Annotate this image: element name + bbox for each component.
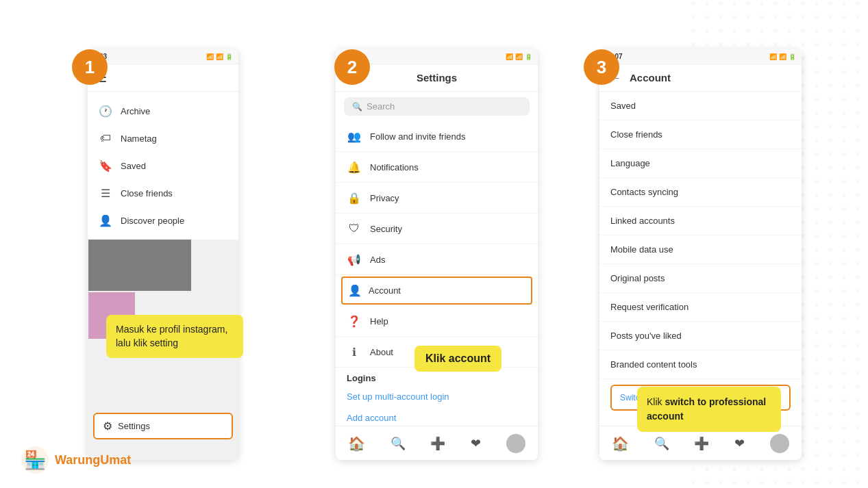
about-label: About (370, 347, 393, 357)
close-friends-icon: ☰ (99, 186, 112, 200)
search-placeholder: Search (367, 101, 395, 112)
menu-item-archive[interactable]: 🕐 Archive (88, 97, 238, 125)
account-item-branded-content[interactable]: Branded content tools (599, 350, 802, 379)
nav-profile-icon[interactable] (506, 434, 525, 453)
screen1: 4:03 📶 📶 🔋 ☰ 🕐 Archive (88, 49, 238, 460)
archive-icon: 🕐 (99, 104, 112, 118)
step1-tooltip: Masuk ke profil instagram, lalu klik set… (106, 315, 243, 358)
screen1-header: ☰ (88, 64, 238, 92)
screen3-nav-search-icon[interactable]: 🔍 (654, 436, 669, 451)
privacy-label: Privacy (370, 193, 399, 203)
settings-item-help[interactable]: ❓ Help (336, 306, 538, 337)
step2-circle: 2 (334, 49, 370, 85)
close-friends-label: Close friends (121, 188, 173, 198)
notifications-label: Notifications (370, 162, 419, 172)
menu-item-nametag[interactable]: 🏷 Nametag (88, 125, 238, 152)
privacy-icon: 🔒 (347, 190, 362, 205)
settings-title: Settings (417, 72, 457, 84)
notifications-icon: 🔔 (347, 159, 362, 175)
screen1-status-bar: 4:03 📶 📶 🔋 (88, 49, 238, 64)
step2-tooltip-text: Klik account (425, 352, 491, 364)
saved-label: Saved (121, 161, 146, 171)
help-icon: ❓ (347, 313, 362, 329)
step3-tooltip: Klik switch to professional account (637, 387, 781, 432)
settings-highlight-box[interactable]: ⚙ Settings (93, 413, 233, 439)
account-list: Saved Close friends Language Contacts sy… (599, 92, 802, 379)
account-item-linked[interactable]: Linked accounts (599, 207, 802, 235)
step1-circle: 1 (72, 49, 108, 85)
security-label: Security (370, 224, 402, 234)
screen1-status-icons: 📶 📶 🔋 (206, 53, 233, 60)
warung-logo-text: WarungUmat (55, 453, 131, 467)
nametag-icon: 🏷 (99, 131, 112, 145)
account-circle-icon: 👤 (348, 284, 362, 297)
archive-label: Archive (121, 106, 150, 116)
settings-item-ads[interactable]: 📢 Ads (336, 244, 538, 275)
account-item-mobile-data[interactable]: Mobile data use (599, 235, 802, 264)
step1-tooltip-text: Masuk ke profil instagram, lalu klik set… (116, 324, 227, 348)
screen3-nav-add-icon[interactable]: ➕ (694, 436, 709, 451)
about-icon: ℹ (347, 344, 362, 359)
discover-label: Discover people (121, 216, 184, 226)
follow-label: Follow and invite friends (370, 131, 465, 142)
account-label: Account (369, 285, 401, 296)
nav-add-icon[interactable]: ➕ (430, 436, 445, 451)
ads-label: Ads (370, 255, 385, 265)
account-title-bar: ← Account (599, 64, 802, 92)
menu-item-close-friends[interactable]: ☰ Close friends (88, 179, 238, 207)
settings-list: 👥 Follow and invite friends 🔔 Notificati… (336, 121, 538, 368)
account-item-close-friends[interactable]: Close friends (599, 120, 802, 149)
step3-tooltip-prefix: Klik (647, 396, 665, 407)
account-item-original-posts[interactable]: Original posts (599, 264, 802, 293)
saved-icon: 🔖 (99, 159, 112, 172)
discover-icon: 👤 (99, 214, 112, 227)
follow-icon: 👥 (347, 129, 362, 144)
screen1-menu: 🕐 Archive 🏷 Nametag 🔖 Saved ☰ Close frie… (88, 92, 238, 240)
screen3-nav-heart-icon[interactable]: ❤ (734, 436, 745, 451)
screen3-nav-home-icon[interactable]: 🏠 (612, 435, 629, 452)
screen2-bottom-nav: 🏠 🔍 ➕ ❤ (336, 426, 538, 460)
nametag-label: Nametag (121, 133, 157, 144)
account-item-saved[interactable]: Saved (599, 92, 802, 120)
screen3-status-icons: 📶 📶 🔋 (769, 53, 796, 60)
screen2: :06 📶 📶 🔋 Settings 🔍 Search 👥 Follow and… (336, 49, 538, 460)
account-item-language[interactable]: Language (599, 149, 802, 178)
help-label: Help (370, 316, 388, 326)
account-item-contacts[interactable]: Contacts syncing (599, 178, 802, 207)
account-item-request-verification[interactable]: Request verification (599, 293, 802, 322)
menu-item-saved[interactable]: 🔖 Saved (88, 152, 238, 179)
screen3-status-bar: 14:07 📶 📶 🔋 (599, 49, 802, 64)
logins-multi[interactable]: Set up multi-account login (336, 386, 538, 407)
nav-home-icon[interactable]: 🏠 (348, 435, 365, 452)
settings-item-account[interactable]: 👤 Account (341, 277, 532, 305)
settings-item-security[interactable]: 🛡 Security (336, 214, 538, 244)
svg-text:🏪: 🏪 (24, 449, 47, 471)
settings-item-privacy[interactable]: 🔒 Privacy (336, 183, 538, 214)
account-item-posts-liked[interactable]: Posts you've liked (599, 322, 802, 350)
settings-gear-icon: ⚙ (103, 420, 112, 433)
account-title: Account (630, 72, 671, 84)
nav-search-icon[interactable]: 🔍 (390, 436, 406, 451)
settings-item-follow[interactable]: 👥 Follow and invite friends (336, 121, 538, 152)
settings-label: Settings (118, 421, 150, 431)
screen3-nav-profile-icon[interactable] (770, 434, 789, 453)
step3-tooltip-bold: switch to professional account (647, 396, 766, 422)
settings-search[interactable]: 🔍 Search (344, 97, 530, 116)
search-icon: 🔍 (352, 102, 362, 112)
nav-heart-icon[interactable]: ❤ (471, 436, 481, 451)
settings-item-notifications[interactable]: 🔔 Notifications (336, 152, 538, 183)
screen2-status-icons: 📶 📶 🔋 (506, 53, 532, 60)
warung-logo: 🏪 WarungUmat (21, 446, 131, 474)
menu-item-discover[interactable]: 👤 Discover people (88, 207, 238, 234)
security-icon: 🛡 (347, 221, 362, 236)
ads-icon: 📢 (347, 252, 362, 267)
step2-tooltip: Klik account (414, 346, 501, 372)
step3-circle: 3 (584, 49, 619, 85)
screen1-sidebar: 🕐 Archive 🏷 Nametag 🔖 Saved ☰ Close frie… (88, 92, 238, 240)
warung-logo-icon: 🏪 (21, 446, 49, 474)
